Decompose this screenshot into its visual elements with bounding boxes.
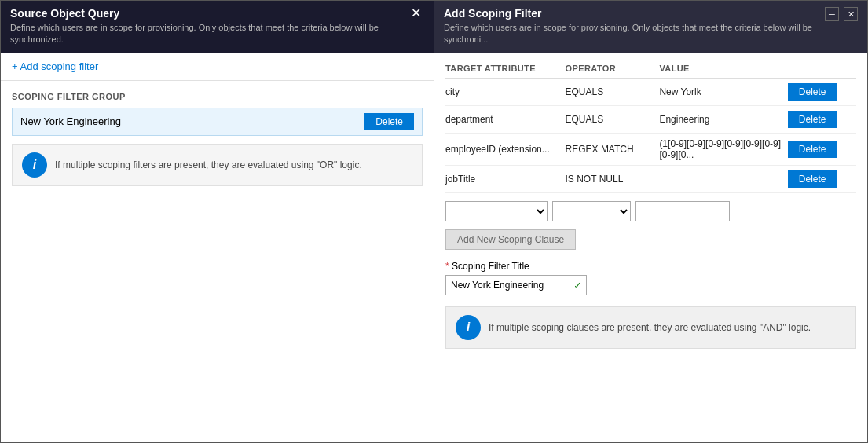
filter-title-input[interactable] xyxy=(445,275,587,295)
row-delete-button[interactable]: Delete xyxy=(788,83,837,101)
filter-group-name: New York Engineering xyxy=(20,115,121,127)
info-icon-left: i xyxy=(22,152,47,178)
right-panel-body: TARGET ATTRIBUTE OPERATOR VALUE cityEQUA… xyxy=(434,53,867,442)
info-icon-right: i xyxy=(456,315,481,340)
right-info-text: If multiple scoping clauses are present,… xyxy=(489,322,811,333)
cell-operator: IS NOT NULL xyxy=(566,165,660,192)
left-panel-subtitle: Define which users are in scope for prov… xyxy=(10,22,408,46)
row-delete-button[interactable]: Delete xyxy=(788,111,837,128)
right-close-button[interactable]: ✕ xyxy=(844,7,858,21)
cell-attribute: department xyxy=(445,105,566,133)
operator-select[interactable] xyxy=(552,201,631,222)
right-panel-subtitle: Define which users are in scope for prov… xyxy=(444,22,825,46)
cell-operator: EQUALS xyxy=(566,78,660,105)
left-panel-header: Source Object Query Define which users a… xyxy=(1,1,434,53)
filter-title-input-wrap: ✓ xyxy=(445,275,587,295)
right-panel: Add Scoping Filter Define which users ar… xyxy=(434,1,867,442)
add-scoping-filter-link[interactable]: + Add scoping filter xyxy=(12,60,423,72)
filter-group-delete-button[interactable]: Delete xyxy=(364,113,414,130)
left-panel-body: SCOPING FILTER GROUP New York Engineerin… xyxy=(1,81,434,442)
left-panel: Source Object Query Define which users a… xyxy=(1,1,434,442)
cell-attribute: city xyxy=(445,78,566,105)
scoping-filter-group-label: SCOPING FILTER GROUP xyxy=(12,92,423,101)
filter-title-label-text: Scoping Filter Title xyxy=(452,261,529,272)
attribute-select[interactable] xyxy=(445,201,548,222)
col-header-attribute: TARGET ATTRIBUTE xyxy=(445,60,566,79)
left-info-text: If multiple scoping filters are present,… xyxy=(55,159,362,170)
col-header-value: VALUE xyxy=(659,60,787,79)
col-header-operator: OPERATOR xyxy=(566,60,660,79)
value-input[interactable] xyxy=(635,201,730,222)
right-info-box: i If multiple scoping clauses are presen… xyxy=(445,306,856,349)
cell-value: Engineering xyxy=(659,105,787,133)
cell-value: New Yorlk xyxy=(659,78,787,105)
left-toolbar: + Add scoping filter xyxy=(1,53,434,81)
left-close-button[interactable]: ✕ xyxy=(408,7,424,20)
new-clause-row xyxy=(445,201,856,222)
cell-value: (1[0-9][0-9][0-9][0-9][0-9][0-9][0-9][0.… xyxy=(659,133,787,165)
add-new-scoping-clause-button[interactable]: Add New Scoping Clause xyxy=(445,229,576,250)
left-panel-title: Source Object Query xyxy=(10,7,408,20)
filter-title-section: * Scoping Filter Title ✓ xyxy=(445,261,856,295)
cell-action: Delete xyxy=(788,78,856,105)
left-info-box: i If multiple scoping filters are presen… xyxy=(12,144,423,186)
cell-action: Delete xyxy=(788,105,856,133)
checkmark-icon: ✓ xyxy=(573,279,582,291)
minimize-button[interactable]: ─ xyxy=(825,7,839,21)
row-delete-button[interactable]: Delete xyxy=(788,170,837,188)
cell-attribute: jobTitle xyxy=(445,165,566,192)
scoping-table: TARGET ATTRIBUTE OPERATOR VALUE cityEQUA… xyxy=(445,60,856,193)
cell-operator: EQUALS xyxy=(566,105,660,133)
col-header-action xyxy=(788,60,856,79)
cell-operator: REGEX MATCH xyxy=(566,133,660,165)
right-panel-title: Add Scoping Filter xyxy=(444,7,825,20)
table-row: cityEQUALSNew YorlkDelete xyxy=(445,78,856,105)
cell-action: Delete xyxy=(788,133,856,165)
table-row: jobTitleIS NOT NULLDelete xyxy=(445,165,856,192)
filter-title-label: * Scoping Filter Title xyxy=(445,261,856,272)
right-panel-header: Add Scoping Filter Define which users ar… xyxy=(434,1,867,53)
cell-value xyxy=(659,165,787,192)
right-header-controls: ─ ✕ xyxy=(825,7,858,21)
row-delete-button[interactable]: Delete xyxy=(788,141,837,158)
cell-attribute: employeeID (extension... xyxy=(445,133,566,165)
table-row: employeeID (extension...REGEX MATCH(1[0-… xyxy=(445,133,856,165)
filter-group-item: New York Engineering Delete xyxy=(12,108,423,136)
cell-action: Delete xyxy=(788,165,856,192)
table-row: departmentEQUALSEngineeringDelete xyxy=(445,105,856,133)
